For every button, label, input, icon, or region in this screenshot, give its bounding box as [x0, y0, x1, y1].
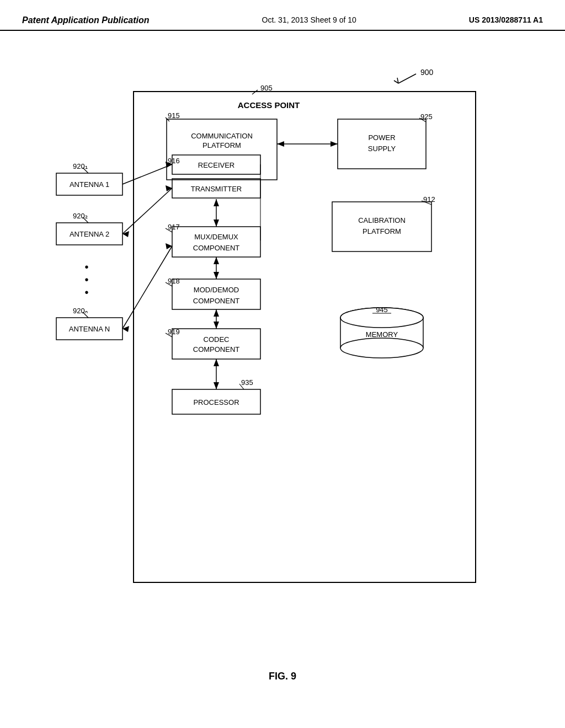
svg-marker-29	[214, 272, 219, 279]
svg-text:CALIBRATION: CALIBRATION	[358, 216, 406, 224]
svg-marker-57	[331, 141, 338, 147]
svg-text:ACCESS POINT: ACCESS POINT	[238, 100, 300, 110]
svg-text:918: 918	[168, 277, 180, 285]
svg-text:RECEIVER: RECEIVER	[198, 161, 234, 169]
svg-text:•: •	[84, 274, 88, 286]
svg-text:PLATFORM: PLATFORM	[363, 227, 401, 235]
svg-marker-90	[166, 185, 172, 191]
svg-text:900: 900	[420, 68, 434, 77]
svg-marker-21	[214, 220, 219, 227]
svg-marker-44	[214, 359, 219, 366]
svg-point-67	[340, 338, 423, 358]
svg-text:•: •	[84, 261, 88, 273]
svg-text:ANTENNA 1: ANTENNA 1	[70, 180, 109, 189]
svg-rect-50	[338, 119, 426, 169]
page-header: Patent Application Publication Oct. 31, …	[0, 0, 565, 31]
diagram-area: 900 ACCESS POINT 905 COMMUNICATION PLATF…	[0, 31, 565, 660]
svg-marker-56	[277, 141, 284, 147]
svg-text:COMMUNICATION: COMMUNICATION	[191, 132, 253, 140]
svg-marker-37	[214, 322, 219, 329]
svg-text:CODEC: CODEC	[204, 335, 230, 344]
header-right: US 2013/0288711 A1	[469, 15, 543, 24]
figure-caption: FIG. 9	[0, 671, 565, 693]
svg-text:920₁: 920₁	[73, 162, 88, 170]
header-center: Oct. 31, 2013 Sheet 9 of 10	[262, 15, 356, 24]
svg-text:COMPONENT: COMPONENT	[193, 297, 240, 305]
svg-text:935: 935	[241, 378, 253, 387]
svg-marker-20	[214, 199, 219, 206]
svg-marker-28	[214, 257, 219, 264]
svg-text:945: 945	[376, 306, 388, 314]
svg-line-92	[122, 246, 172, 329]
svg-rect-40	[172, 329, 260, 359]
svg-text:•: •	[84, 286, 88, 298]
svg-marker-91	[122, 231, 129, 237]
svg-line-89	[122, 188, 172, 234]
svg-line-1	[398, 74, 416, 83]
svg-rect-4	[134, 92, 476, 582]
svg-text:ANTENNA 2: ANTENNA 2	[70, 230, 109, 238]
header-left: Patent Application Publication	[22, 15, 150, 25]
svg-text:ANTENNA N: ANTENNA N	[69, 325, 110, 333]
svg-text:COMPONENT: COMPONENT	[193, 345, 240, 354]
svg-text:MEMORY: MEMORY	[366, 330, 398, 339]
svg-text:920ₙ: 920ₙ	[73, 307, 88, 315]
svg-text:POWER: POWER	[368, 133, 395, 142]
svg-text:920₂: 920₂	[73, 212, 88, 220]
svg-text:915: 915	[168, 111, 180, 120]
svg-rect-24	[172, 227, 260, 257]
svg-marker-45	[214, 382, 219, 389]
svg-text:PLATFORM: PLATFORM	[202, 141, 241, 149]
svg-text:MOD/DEMOD: MOD/DEMOD	[194, 286, 239, 294]
svg-text:SUPPLY: SUPPLY	[368, 144, 396, 153]
svg-text:PROCESSOR: PROCESSOR	[193, 398, 239, 406]
svg-marker-36	[214, 309, 219, 317]
svg-text:TRANSMITTER: TRANSMITTER	[191, 185, 242, 193]
svg-rect-58	[332, 202, 431, 251]
svg-text:905: 905	[260, 84, 273, 92]
svg-text:COMPONENT: COMPONENT	[193, 244, 240, 252]
svg-text:MUX/DEMUX: MUX/DEMUX	[194, 233, 238, 241]
svg-line-87	[122, 164, 172, 184]
